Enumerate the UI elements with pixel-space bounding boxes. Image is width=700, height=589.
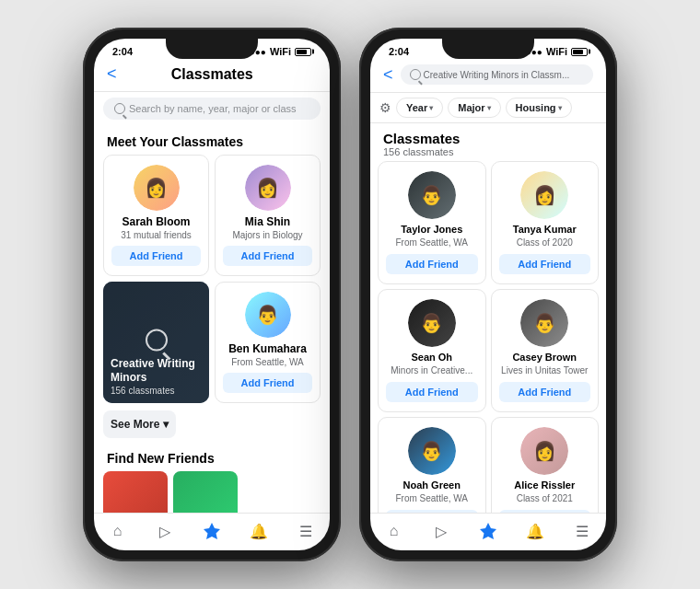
search-bar-right[interactable]: Creative Writing Minors in Classm... xyxy=(401,64,593,85)
wifi-icon-right: WiFi xyxy=(546,46,567,57)
person-card-casey: 👨 Casey Brown Lives in Unitas Tower Add … xyxy=(491,289,600,412)
battery-icon-right xyxy=(571,48,588,56)
search-icon-right xyxy=(410,69,421,80)
person-card-sean: 👨 Sean Oh Minors in Creative... Add Frie… xyxy=(378,289,486,412)
section-title-left: Meet Your Classmates xyxy=(94,125,330,155)
add-tanya[interactable]: Add Friend xyxy=(499,254,591,274)
classmates-count: 156 classmates xyxy=(383,146,593,157)
svg-marker-0 xyxy=(204,523,220,539)
video-nav-icon-right[interactable]: ▷ xyxy=(431,521,451,541)
see-more-button[interactable]: See More ▾ xyxy=(103,410,176,438)
avatar-sean: 👨 xyxy=(408,299,456,347)
sub-sean: Minors in Creative... xyxy=(391,364,472,376)
group-card-text: Creative Writing Minors 156 classmates xyxy=(111,357,202,396)
wifi-icon: WiFi xyxy=(270,46,291,57)
person-card-alice: 👩 Alice Rissler Class of 2021 Add Friend xyxy=(491,417,600,513)
avatar-alice: 👩 xyxy=(520,427,568,475)
classmates-grid-left: 👩 Sarah Bloom 31 mutual friends Add Frie… xyxy=(94,155,330,403)
avatar-tanya: 👩 xyxy=(520,171,568,219)
person-card-taylor: 👨 Taylor Jones From Seattle, WA Add Frie… xyxy=(378,161,486,284)
header-left: < Classmates xyxy=(94,61,330,92)
friends-nav-icon-right[interactable] xyxy=(478,521,498,541)
video-nav-icon[interactable]: ▷ xyxy=(155,521,175,541)
people-grid-right: 👨 Taylor Jones From Seattle, WA Add Frie… xyxy=(370,161,606,513)
group-count: 156 classmates xyxy=(111,386,202,396)
home-nav-icon-right[interactable]: ⌂ xyxy=(384,521,404,541)
name-alice: Alice Rissler xyxy=(514,479,575,491)
avatar-mia: 👩 xyxy=(245,165,291,211)
back-button-right[interactable]: < xyxy=(383,65,393,85)
person-card-ben: 👨 Ben Kumahara From Seattle, WA Add Frie… xyxy=(215,282,321,403)
year-chevron-icon: ▾ xyxy=(429,104,433,112)
find-friends-title: Find New Friends xyxy=(94,445,330,471)
add-casey[interactable]: Add Friend xyxy=(499,382,591,402)
filter-icon: ⚙ xyxy=(379,100,391,115)
year-filter-label: Year xyxy=(406,102,427,113)
major-chevron-icon: ▾ xyxy=(487,104,491,112)
person-sub-sarah: 31 mutual friends xyxy=(121,230,192,240)
housing-chevron-icon: ▾ xyxy=(558,104,562,112)
classmates-header: Classmates 156 classmates xyxy=(370,123,606,161)
sub-alice: Class of 2021 xyxy=(517,492,573,504)
person-card-tanya: 👩 Tanya Kumar Class of 2020 Add Friend xyxy=(491,161,600,284)
person-name-sarah: Sarah Bloom xyxy=(122,215,190,228)
search-bar-left[interactable]: Search by name, year, major or class xyxy=(103,98,321,120)
major-filter[interactable]: Major ▾ xyxy=(448,98,500,118)
left-screen: 2:04 ●●● WiFi < Classmates Search by nam… xyxy=(94,39,330,550)
time-right: 2:04 xyxy=(389,46,409,57)
right-screen: 2:04 ●●● WiFi < Creative Writing Minors … xyxy=(370,39,606,550)
status-icons-right: ●●● WiFi xyxy=(526,46,588,57)
person-sub-ben: From Seattle, WA xyxy=(231,357,304,367)
sub-casey: Lives in Unitas Tower xyxy=(501,364,588,376)
screen-content-left: Meet Your Classmates 👩 Sarah Bloom 31 mu… xyxy=(94,125,330,513)
avatar-sarah: 👩 xyxy=(134,165,180,211)
person-name-mia: Mia Shin xyxy=(245,215,290,228)
group-card-writing[interactable]: Creative Writing Minors 156 classmates xyxy=(103,282,209,403)
menu-nav-icon[interactable]: ☰ xyxy=(296,521,316,541)
name-tanya: Tanya Kumar xyxy=(513,224,577,235)
add-taylor[interactable]: Add Friend xyxy=(386,254,478,274)
avatar-noah: 👨 xyxy=(408,427,456,475)
group-name: Creative Writing Minors xyxy=(111,357,202,386)
add-friend-ben[interactable]: Add Friend xyxy=(223,373,312,393)
sub-tanya: Class of 2020 xyxy=(517,237,573,248)
bell-nav-icon[interactable]: 🔔 xyxy=(249,521,269,541)
home-nav-icon[interactable]: ⌂ xyxy=(108,521,128,541)
person-card-sarah: 👩 Sarah Bloom 31 mutual friends Add Frie… xyxy=(103,155,209,276)
chevron-down-icon: ▾ xyxy=(163,418,169,431)
status-icons-left: ●●● WiFi xyxy=(250,46,311,57)
find-card-2 xyxy=(173,471,238,513)
bell-nav-icon-right[interactable]: 🔔 xyxy=(525,521,545,541)
bottom-nav-left: ⌂ ▷ 🔔 ☰ xyxy=(94,513,330,550)
sub-taylor: From Seattle, WA xyxy=(395,237,468,248)
menu-nav-icon-right[interactable]: ☰ xyxy=(572,521,592,541)
search-icon-left xyxy=(114,103,125,114)
housing-filter[interactable]: Housing ▾ xyxy=(506,98,572,118)
major-filter-label: Major xyxy=(458,102,484,113)
add-friend-mia[interactable]: Add Friend xyxy=(223,246,312,266)
avatar-ben: 👨 xyxy=(245,292,291,338)
person-card-mia: 👩 Mia Shin Majors in Biology Add Friend xyxy=(215,155,321,276)
housing-filter-label: Housing xyxy=(516,102,556,113)
search-value-right: Creative Writing Minors in Classm... xyxy=(424,70,570,80)
year-filter[interactable]: Year ▾ xyxy=(396,98,443,118)
classmates-title: Classmates xyxy=(383,131,593,146)
header-right: < Creative Writing Minors in Classm... xyxy=(370,61,606,93)
page-title-left: Classmates xyxy=(124,66,300,83)
battery-icon xyxy=(295,48,311,56)
friends-nav-icon[interactable] xyxy=(202,521,222,541)
avatar-casey: 👨 xyxy=(520,299,568,347)
name-taylor: Taylor Jones xyxy=(401,224,462,235)
notch-right xyxy=(442,39,534,59)
avatar-taylor: 👨 xyxy=(408,171,456,219)
bottom-nav-right: ⌂ ▷ 🔔 ☰ xyxy=(370,513,606,550)
person-card-noah: 👨 Noah Green From Seattle, WA Add Friend xyxy=(378,417,486,513)
find-friends-row xyxy=(94,471,330,513)
add-sean[interactable]: Add Friend xyxy=(386,382,478,402)
back-button-left[interactable]: < xyxy=(107,64,117,84)
svg-marker-1 xyxy=(480,523,496,539)
add-friend-sarah[interactable]: Add Friend xyxy=(111,246,201,266)
left-phone: 2:04 ●●● WiFi < Classmates Search by nam… xyxy=(83,28,341,561)
name-casey: Casey Brown xyxy=(512,352,577,363)
person-sub-mia: Majors in Biology xyxy=(232,230,302,240)
